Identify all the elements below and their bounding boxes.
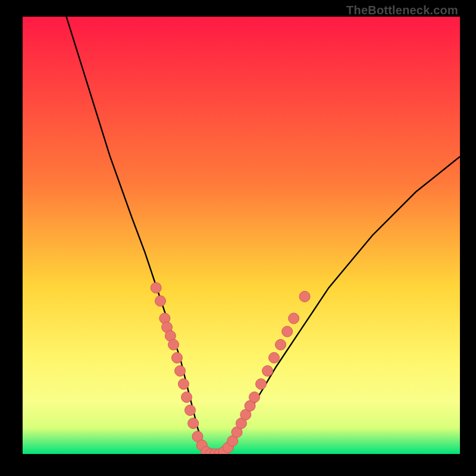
data-marker [175,365,186,376]
data-marker [155,296,166,306]
marker-group [151,283,310,454]
data-marker [185,405,196,416]
chart-frame: TheBottleneck.com [0,0,476,476]
data-marker [275,339,286,350]
data-marker [249,392,260,403]
chart-svg [23,17,460,454]
watermark-text: TheBottleneck.com [346,4,458,17]
data-marker [256,378,267,389]
data-marker [262,365,273,376]
data-marker [172,352,183,363]
data-marker [178,378,189,389]
data-marker [151,283,161,293]
data-marker [168,339,179,350]
data-marker [299,291,310,302]
data-marker [282,326,293,337]
data-marker [181,392,192,403]
plot-area [23,17,460,454]
data-marker [188,418,199,429]
data-marker [269,352,280,363]
data-marker [289,313,299,324]
